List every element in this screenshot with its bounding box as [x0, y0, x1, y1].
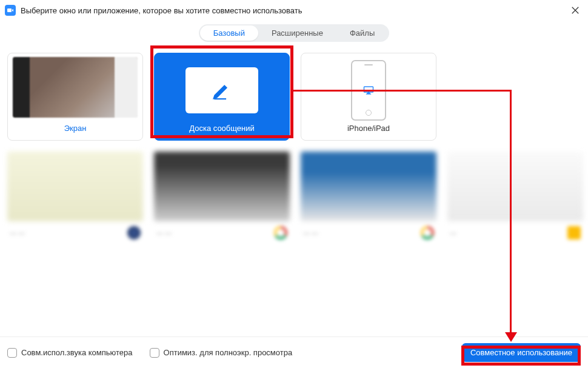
checkbox-icon — [7, 348, 17, 358]
share-option-screen[interactable]: Экран — [7, 53, 143, 141]
share-option-app-3[interactable]: — — — [301, 152, 436, 239]
share-option-iphone-ipad[interactable]: iPhone/iPad — [301, 53, 436, 141]
app-thumbnail — [154, 152, 290, 221]
app-thumbnail — [301, 152, 436, 221]
zoom-app-icon — [5, 5, 16, 16]
share-option-app-4[interactable]: — — [447, 152, 583, 239]
share-audio-checkbox[interactable]: Совм.испол.звука компьютера — [7, 348, 133, 358]
tab-basic[interactable]: Базовый — [200, 25, 258, 41]
airplay-icon — [363, 85, 374, 95]
dialog-title: Выберите окно или приложение, которое вы… — [21, 6, 302, 15]
annotation-arrowhead — [505, 332, 517, 342]
app-title-blurred: — — — [156, 229, 172, 236]
optimize-fullscreen-checkbox[interactable]: Оптимиз. для полноэкр. просмотра — [150, 348, 293, 358]
share-option-app-1[interactable]: — — — [7, 152, 143, 239]
share-option-whiteboard[interactable]: Доска сообщений — [154, 53, 290, 141]
share-button[interactable]: Совместное использование — [462, 343, 581, 362]
chrome-icon — [274, 226, 287, 239]
iphone-label: iPhone/iPad — [347, 124, 390, 133]
pencil-icon — [212, 80, 232, 101]
whiteboard-thumbnail — [185, 67, 258, 113]
tab-files[interactable]: Файлы — [336, 25, 388, 41]
share-option-app-2[interactable]: — — — [154, 152, 290, 239]
app-thumbnail — [447, 152, 583, 221]
app-thumbnail — [7, 152, 143, 221]
tab-bar: Базовый Расширенные Файлы — [0, 24, 588, 42]
share-audio-label: Совм.испол.звука компьютера — [21, 348, 133, 357]
app-title-blurred: — — — [303, 229, 318, 236]
chrome-icon — [421, 226, 434, 239]
tab-advanced[interactable]: Расширенные — [258, 25, 336, 41]
optimize-label: Оптимиз. для полноэкр. просмотра — [164, 348, 293, 357]
screen-label: Экран — [64, 124, 87, 133]
whiteboard-label: Доска сообщений — [189, 124, 255, 133]
close-button[interactable] — [570, 5, 581, 16]
app-icon — [567, 226, 581, 239]
screen-thumbnail — [13, 57, 138, 118]
app-icon — [127, 226, 141, 239]
iphone-thumbnail — [351, 60, 386, 121]
app-title-blurred: — — — [10, 229, 25, 236]
checkbox-icon — [150, 348, 159, 358]
app-title-blurred: — — [450, 229, 456, 236]
